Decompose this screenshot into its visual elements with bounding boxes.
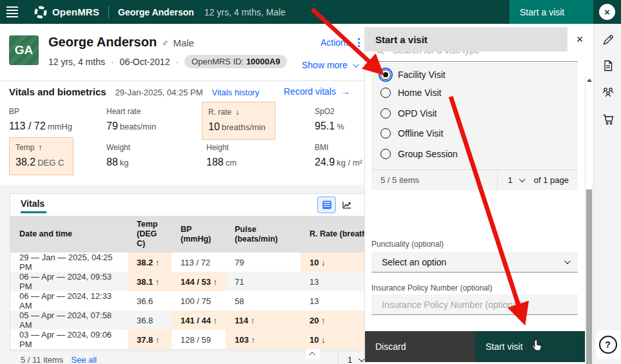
record-vitals-link[interactable]: Record vitals → [284, 86, 350, 97]
help-button[interactable]: ? [599, 336, 617, 354]
table-header-row: Date and time Temp (DEG C) BP (mmHg) Pul… [10, 216, 422, 253]
table-row[interactable]: 06 — Apr — 2024, 09:53 PM38.1 ↑144 / 53 … [10, 272, 422, 291]
visit-type-page-of: of 1 page [534, 175, 578, 185]
view-toggle [317, 196, 356, 213]
siderail: ? [593, 24, 621, 364]
visit-type-option-offline[interactable]: Offline Visit [371, 124, 578, 144]
chevron-down-icon [564, 258, 571, 264]
metric-heart-rate: Heart rate 79beats/min [106, 107, 156, 132]
avatar: GA [9, 35, 39, 65]
scrollbar-thumb[interactable] [586, 189, 592, 364]
panel-title: Start a visit [365, 34, 428, 45]
top-bar: OpenMRS George Anderson 12 yrs, 4 mths, … [0, 0, 621, 24]
overflow-menu-icon[interactable] [357, 37, 361, 48]
close-panel-icon[interactable]: × [567, 27, 592, 52]
metric-respiratory-rate: R. rate↓ 10breaths/min [202, 102, 275, 140]
patient-name: George Anderson [48, 35, 157, 50]
chevron-up-icon [309, 352, 315, 358]
openmrs-logo-icon [34, 5, 48, 19]
table-row[interactable]: 05 — Apr — 2024, 07:58 AM36.8141 / 44 ↑1… [10, 311, 422, 330]
radio-icon [380, 88, 391, 98]
arrow-right-icon: → [341, 86, 350, 97]
male-symbol-icon: ♂ [161, 37, 168, 48]
panel-scrollbar[interactable] [585, 76, 592, 364]
discard-button[interactable]: Discard [365, 331, 475, 362]
start-visit-button[interactable]: Start visit [475, 331, 586, 362]
show-more-link[interactable]: Show more [302, 60, 357, 70]
table-row[interactable]: 06 — Apr — 2024, 12:33 AM36.6100 / 75581… [10, 291, 422, 311]
punctuality-select[interactable]: Select an option [371, 252, 578, 273]
help-button-wrap: ? [596, 330, 620, 359]
table-row[interactable]: 29 — Jan — 2025, 04:25 PM38.2 ↑113 / 727… [10, 253, 422, 272]
start-visit-header-button[interactable]: Start a visit [509, 0, 593, 24]
collapse-caret-button[interactable] [306, 349, 320, 359]
vitals-table: Date and time Temp (DEG C) BP (mmHg) Pul… [10, 216, 422, 349]
col-temp[interactable]: Temp (DEG C) [128, 216, 172, 253]
visit-type-items-count: 5 / 5 items [371, 175, 419, 185]
panel-footer-buttons: Discard Start visit [365, 331, 586, 362]
col-bp[interactable]: BP (mmHg) [172, 216, 226, 253]
visit-type-option-group[interactable]: Group Session [371, 144, 578, 164]
vitals-timestamp: 29-Jan-2025, 04:25 PM [115, 88, 203, 97]
search-icon [375, 52, 385, 55]
metric-bp: BP 113 / 72mmHg [9, 107, 72, 132]
openmrs-app: OpenMRS George Anderson 12 yrs, 4 mths, … [0, 0, 621, 364]
col-date[interactable]: Date and time [10, 216, 128, 253]
arrow-up-flag-icon: ↑ [38, 143, 42, 152]
radio-selected-icon [380, 70, 391, 80]
visit-type-page-select[interactable]: 1 [497, 169, 534, 190]
patient-age: 12 yrs, 4 mths [48, 57, 105, 67]
panel-header: Start a visit × [365, 27, 592, 52]
radio-icon [380, 108, 391, 119]
forms-document-icon[interactable] [600, 57, 616, 74]
radio-icon [380, 149, 391, 159]
openmrs-logo: OpenMRS [34, 5, 99, 19]
metric-spo2: SpO2 95.1% [315, 107, 344, 132]
tab-vitals[interactable]: Vitals [21, 198, 44, 211]
patient-id-value: 10000A9 [246, 57, 281, 66]
chevron-down-icon [519, 176, 526, 182]
vitals-history-link[interactable]: Vitals history [212, 88, 259, 97]
scroll-up-icon[interactable] [587, 79, 592, 82]
patient-dob: 06-Oct-2012 [120, 57, 170, 67]
radio-icon [380, 128, 391, 139]
chart-view-icon[interactable] [337, 196, 356, 213]
metric-temperature: Temp↑ 38.2DEG C [9, 137, 74, 175]
care-team-people-icon[interactable] [600, 84, 616, 101]
insurance-label: Insurance Policy Number (optional) [371, 283, 492, 292]
topbar-patient-summary: 12 yrs, 4 mths, Male [204, 7, 286, 17]
hamburger-menu-icon[interactable] [0, 0, 25, 24]
note-pencil-icon[interactable] [600, 32, 616, 48]
orders-cart-icon[interactable] [600, 111, 616, 128]
chevron-down-icon [353, 61, 359, 68]
close-patient-chart-icon[interactable]: × [599, 4, 615, 20]
brand-name: OpenMRS [52, 6, 99, 17]
patient-sex: Male [173, 37, 194, 48]
actions-link[interactable]: Actions [320, 37, 350, 48]
see-all-link[interactable]: See all [71, 355, 97, 364]
start-visit-panel: Start a visit × Search for a visit type … [364, 27, 592, 364]
col-pulse[interactable]: Pulse (beats/min) [226, 216, 301, 253]
divider [108, 6, 109, 19]
insurance-input[interactable] [371, 294, 578, 315]
vitals-overview-title: Vitals and biometrics [9, 86, 106, 97]
metric-bmi: BMI 24.9kg / m² [315, 143, 362, 168]
metric-weight: Weight 88kg [106, 143, 130, 168]
metric-height: Height 188cm [206, 143, 237, 168]
table-view-icon[interactable] [317, 196, 336, 213]
arrow-down-flag-icon: ↓ [235, 108, 239, 117]
table-pagination: 5 / 11 items See all 1 of 3 pages [10, 349, 422, 364]
visit-type-option-facility[interactable]: Facility Visit [371, 62, 578, 83]
punctuality-label: Punctuality (optional) [371, 240, 444, 249]
items-count: 5 / 11 items [10, 355, 63, 364]
visit-type-option-opd[interactable]: OPD Visit [371, 103, 578, 124]
patient-id-badge: OpenMRS ID: 10000A9 [184, 55, 287, 68]
vitals-table-card: Vitals Date and time Temp (DEG C) BP (mm… [10, 193, 422, 351]
topbar-patient-name: George Anderson [118, 7, 194, 17]
visit-type-search-input[interactable]: Search for a visit type [371, 52, 578, 62]
visit-type-option-home[interactable]: Home Visit [371, 83, 578, 104]
table-row[interactable]: 03 — Apr — 2024, 09:06 PM37.8 ↑128 / 591… [10, 330, 422, 349]
visit-type-list: Facility Visit Home Visit OPD Visit Offl… [371, 62, 578, 190]
visit-type-pagination: 5 / 5 items 1 of 1 page [371, 169, 578, 190]
